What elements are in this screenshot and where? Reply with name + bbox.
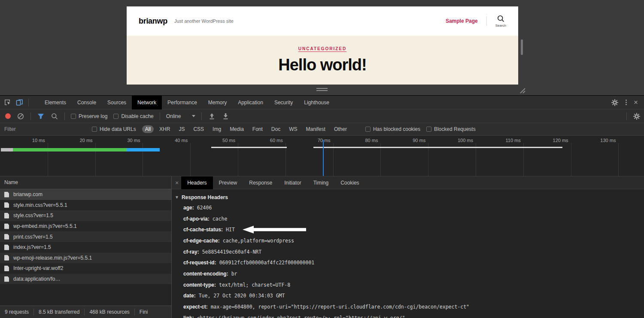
filter-pill-all[interactable]: All — [142, 125, 154, 133]
timeline-tick-label: 40 ms — [162, 138, 188, 143]
export-har-icon[interactable] — [222, 112, 229, 120]
post-title: Hello world! — [127, 56, 518, 74]
detail-tab-headers[interactable]: Headers — [181, 176, 213, 189]
nav-link-sample-page[interactable]: Sample Page — [446, 18, 478, 24]
request-row[interactable]: style.css?ver=1.5 — [0, 210, 171, 221]
timeline-tick-label: 30 ms — [114, 138, 140, 143]
timeline-tick-label: 90 ms — [400, 138, 425, 143]
summary-item: 468 kB resources — [85, 309, 134, 315]
disable-cache-checkbox[interactable]: Disable cache — [113, 113, 153, 119]
detail-tab-preview[interactable]: Preview — [213, 176, 243, 189]
page-scrollbar[interactable] — [521, 39, 523, 55]
devtools-panel: ElementsConsoleSourcesNetworkPerformance… — [0, 95, 644, 318]
request-name: data:application/fo… — [13, 276, 60, 282]
tab-memory[interactable]: Memory — [203, 96, 232, 109]
filter-pill-doc[interactable]: Doc — [268, 125, 283, 133]
file-icon — [4, 192, 9, 197]
response-headers-section-toggle[interactable]: ▼ Response Headers — [172, 192, 644, 202]
request-row[interactable]: style.min.css?ver=5.5.1 — [0, 200, 171, 211]
tab-elements[interactable]: Elements — [39, 96, 72, 109]
request-row[interactable]: print.css?ver=1.5 — [0, 231, 171, 242]
timeline-gridline — [571, 143, 571, 176]
close-detail-icon[interactable]: × — [175, 180, 179, 186]
search-icon — [497, 15, 504, 23]
detail-tab-cookies[interactable]: Cookies — [334, 176, 365, 189]
search-network-icon[interactable] — [51, 112, 58, 120]
tab-network[interactable]: Network — [132, 96, 162, 109]
tab-sources[interactable]: Sources — [102, 96, 132, 109]
tab-performance[interactable]: Performance — [162, 96, 203, 109]
separator — [64, 112, 65, 120]
throttling-dropdown[interactable]: Online — [166, 113, 196, 119]
chevron-down-icon — [192, 115, 195, 117]
file-icon — [4, 245, 9, 250]
filter-pill-manifest[interactable]: Manifest — [303, 125, 328, 133]
checkbox — [365, 127, 371, 132]
resize-corner-icon[interactable] — [518, 86, 526, 94]
search-button[interactable]: Search — [495, 15, 506, 27]
header-name: cf-cache-status: — [183, 227, 223, 233]
response-header-row: cf-apo-via:cache — [172, 213, 644, 224]
more-options-icon[interactable] — [626, 100, 627, 105]
site-title[interactable]: brianwp — [139, 17, 167, 26]
tab-lighthouse[interactable]: Lighthouse — [298, 96, 335, 109]
response-header-row: cf-request-id:060912fcfb00000af4fc22f000… — [172, 257, 644, 268]
header-name: content-type: — [183, 282, 216, 288]
request-row[interactable]: brianwp.com — [0, 189, 171, 200]
hide-data-urls-checkbox[interactable]: Hide data URLs — [92, 126, 136, 132]
header-name: expect-ct: — [183, 304, 208, 310]
request-row[interactable]: index.js?ver=1.5 — [0, 242, 171, 253]
tab-application[interactable]: Application — [232, 96, 269, 109]
filter-pill-css[interactable]: CSS — [190, 125, 207, 133]
import-har-icon[interactable] — [208, 112, 216, 120]
filter-input[interactable] — [4, 125, 86, 133]
has-blocked-cookies-checkbox[interactable]: Has blocked cookies — [365, 126, 420, 132]
post-hero: UNCATEGORIZED Hello world! — [127, 36, 518, 85]
file-icon — [4, 266, 9, 271]
timeline-tick-label: 60 ms — [257, 138, 283, 143]
detail-tab-initiator[interactable]: Initiator — [278, 176, 307, 189]
filter-pill-media[interactable]: Media — [227, 125, 247, 133]
filter-pill-xhr[interactable]: XHR — [156, 125, 173, 133]
clear-icon[interactable] — [17, 112, 24, 120]
filter-pill-img[interactable]: Img — [210, 125, 224, 133]
record-button[interactable] — [5, 113, 11, 119]
header-name: cf-apo-via: — [183, 216, 210, 222]
detail-tab-timing[interactable]: Timing — [307, 176, 335, 189]
filter-pill-other[interactable]: Other — [331, 125, 350, 133]
filter-funnel-icon[interactable] — [37, 112, 45, 120]
summary-item: Fini — [135, 309, 152, 315]
filter-pill-js[interactable]: JS — [176, 125, 188, 133]
requests-panel: Name brianwp.comstyle.min.css?ver=5.5.1s… — [0, 176, 172, 318]
devtools-drag-handle[interactable] — [316, 88, 328, 92]
throttling-value: Online — [166, 113, 181, 119]
post-category-link[interactable]: UNCATEGORIZED — [298, 46, 346, 52]
preserve-log-checkbox[interactable]: Preserve log — [71, 113, 107, 119]
close-devtools-icon[interactable]: × — [634, 99, 638, 106]
header-name: cf-edge-cache: — [183, 238, 220, 244]
network-overview-timeline[interactable]: 10 ms20 ms30 ms40 ms50 ms60 ms70 ms80 ms… — [0, 136, 644, 176]
network-toolbar: Preserve log Disable cache Online — [0, 109, 644, 123]
request-row[interactable]: Inter-upright-var.woff2 — [0, 263, 171, 274]
timeline-tick-label: 50 ms — [210, 138, 235, 143]
name-column-header[interactable]: Name — [0, 176, 171, 189]
request-row[interactable]: data:application/fo… — [0, 274, 171, 285]
network-main: Name brianwp.comstyle.min.css?ver=5.5.1s… — [0, 176, 644, 318]
request-row[interactable]: wp-emoji-release.min.js?ver=5.5.1 — [0, 253, 171, 263]
filter-bar: Hide data URLs AllXHRJSCSSImgMediaFontDo… — [0, 123, 644, 136]
filter-pill-font[interactable]: Font — [249, 125, 266, 133]
overview-request-line — [313, 147, 562, 148]
site-header: brianwp Just another WordPress site Samp… — [127, 6, 518, 36]
settings-gear-icon[interactable] — [611, 99, 619, 106]
device-toolbar-icon[interactable] — [15, 99, 23, 106]
header-value: cache,platform=wordpress — [223, 238, 294, 244]
tab-console[interactable]: Console — [72, 96, 102, 109]
tab-security[interactable]: Security — [269, 96, 298, 109]
filter-pill-ws[interactable]: WS — [286, 125, 300, 133]
request-row[interactable]: wp-embed.min.js?ver=5.5.1 — [0, 221, 171, 232]
blocked-requests-checkbox[interactable]: Blocked Requests — [426, 126, 476, 132]
detail-tab-response[interactable]: Response — [243, 176, 278, 189]
network-settings-gear-icon[interactable] — [633, 112, 641, 120]
summary-item: 9 requests — [0, 309, 33, 315]
inspect-element-icon[interactable] — [3, 99, 11, 106]
